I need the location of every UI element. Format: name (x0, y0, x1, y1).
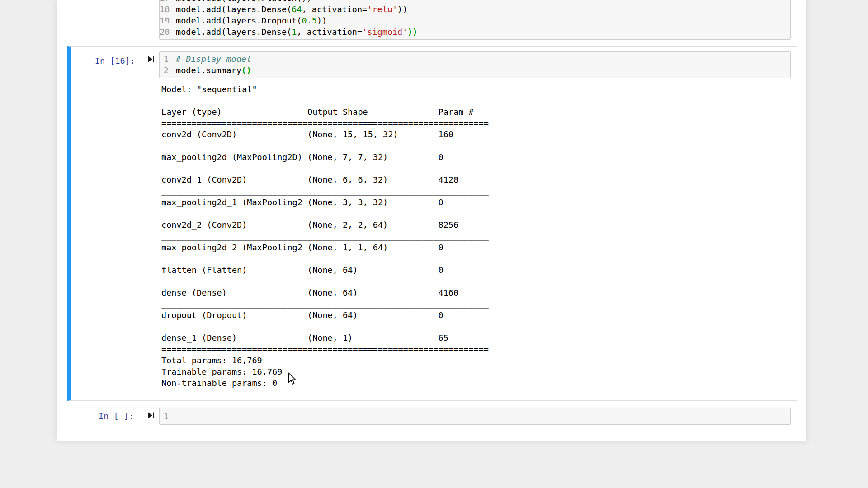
input-prompt: In [16]: (71, 55, 135, 66)
run-cell-icon[interactable] (147, 412, 155, 419)
code-text: model.summary() (176, 65, 251, 76)
code-cell-input-empty[interactable]: 1 (159, 408, 791, 425)
run-cell-icon[interactable] (147, 56, 155, 63)
code-text: model.add(layers.Flatten()) (176, 0, 312, 4)
code-line[interactable]: 20model.add(layers.Dense(1, activation='… (160, 26, 790, 38)
line-number: 2 (160, 65, 176, 76)
notebook-container: 17model.add(layers.Flatten())18model.add… (57, 0, 806, 441)
model-summary-output: Model: "sequential" ____________________… (161, 84, 489, 400)
code-line[interactable]: 1 (160, 411, 790, 422)
code-text: model.add(layers.Dense(64, activation='r… (176, 4, 407, 15)
code-text: # Display model (176, 53, 251, 65)
line-number: 17 (160, 0, 176, 4)
code-line[interactable]: 19model.add(layers.Dropout(0.5)) (160, 15, 790, 26)
selected-cell[interactable]: In [16]: 1# Display model2model.summary(… (67, 46, 797, 401)
line-number: 1 (160, 411, 176, 422)
line-number: 20 (160, 26, 176, 38)
line-number: 19 (160, 15, 176, 26)
page-background: 17model.add(layers.Flatten())18model.add… (0, 0, 868, 488)
code-text: model.add(layers.Dense(1, activation='si… (176, 26, 418, 38)
play-skip-icon (147, 412, 155, 419)
code-line[interactable]: 17model.add(layers.Flatten()) (160, 0, 790, 4)
code-line[interactable]: 1# Display model (160, 53, 790, 65)
line-number: 18 (160, 4, 176, 15)
code-line[interactable]: 18model.add(layers.Dense(64, activation=… (160, 4, 790, 15)
code-cell-input-model-build[interactable]: 17model.add(layers.Flatten())18model.add… (159, 0, 791, 40)
code-text: model.add(layers.Dropout(0.5)) (176, 15, 327, 26)
code-cell-input-summary[interactable]: 1# Display model2model.summary() (159, 51, 791, 78)
code-line[interactable]: 2model.summary() (160, 65, 790, 76)
play-skip-icon (147, 56, 155, 63)
input-prompt-empty: In [ ]: (69, 410, 134, 422)
line-number: 1 (160, 53, 176, 65)
